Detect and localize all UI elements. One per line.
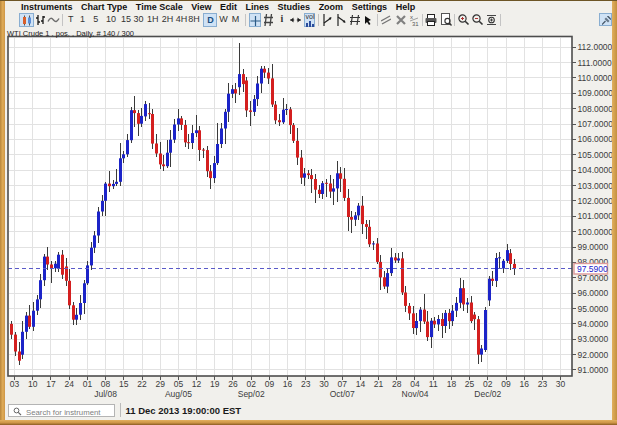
svg-text:11: 11: [429, 379, 438, 389]
svg-text:97.5900: 97.5900: [577, 264, 608, 274]
svg-text:25: 25: [465, 379, 475, 389]
svg-text:26: 26: [228, 379, 238, 389]
svg-text:111.0000: 111.0000: [578, 58, 612, 68]
svg-text:24: 24: [64, 379, 74, 389]
svg-text:96.0000: 96.0000: [578, 288, 609, 298]
svg-text:10: 10: [28, 379, 38, 389]
svg-text:92.0000: 92.0000: [578, 350, 609, 360]
svg-text:04: 04: [410, 379, 420, 389]
svg-text:14: 14: [356, 379, 366, 389]
svg-text:112.0000: 112.0000: [578, 42, 613, 52]
svg-text:110.0000: 110.0000: [578, 73, 613, 83]
svg-text:30: 30: [556, 379, 566, 389]
svg-text:01: 01: [83, 379, 93, 389]
svg-text:17: 17: [46, 379, 56, 389]
svg-text:103.0000: 103.0000: [578, 181, 614, 191]
svg-text:102.0000: 102.0000: [578, 196, 614, 206]
svg-text:109.0000: 109.0000: [578, 88, 614, 98]
svg-text:07: 07: [337, 379, 347, 389]
svg-text:21: 21: [374, 379, 384, 389]
svg-text:09: 09: [265, 379, 275, 389]
svg-text:91.0000: 91.0000: [578, 365, 609, 375]
svg-text:19: 19: [210, 379, 220, 389]
svg-text:08: 08: [101, 379, 111, 389]
svg-text:99.0000: 99.0000: [578, 242, 609, 252]
svg-text:23: 23: [301, 379, 311, 389]
svg-text:106.0000: 106.0000: [578, 134, 614, 144]
svg-text:Dec/02: Dec/02: [474, 389, 501, 399]
svg-text:02: 02: [483, 379, 493, 389]
svg-text:94.0000: 94.0000: [578, 319, 609, 329]
svg-text:95.0000: 95.0000: [578, 304, 609, 314]
svg-text:09: 09: [501, 379, 511, 389]
svg-text:22: 22: [137, 379, 147, 389]
svg-text:100.0000: 100.0000: [578, 227, 614, 237]
svg-text:03: 03: [10, 379, 20, 389]
svg-text:15: 15: [119, 379, 129, 389]
svg-text:16: 16: [283, 379, 293, 389]
svg-text:Oct/07: Oct/07: [330, 389, 355, 399]
svg-text:30: 30: [319, 379, 329, 389]
svg-text:31: 31: [412, 21, 419, 27]
svg-text:23: 23: [538, 379, 548, 389]
svg-text:101.0000: 101.0000: [578, 211, 614, 221]
svg-text:x: x: [410, 14, 413, 20]
svg-text:28: 28: [392, 379, 402, 389]
svg-text:12: 12: [192, 379, 202, 389]
svg-text:107.0000: 107.0000: [578, 119, 614, 129]
svg-text:02: 02: [246, 379, 256, 389]
svg-text:05: 05: [174, 379, 184, 389]
svg-text:Jul/08: Jul/08: [94, 389, 117, 399]
svg-text:104.0000: 104.0000: [578, 165, 614, 175]
svg-text:16: 16: [519, 379, 529, 389]
svg-text:29: 29: [155, 379, 165, 389]
svg-text:Sep/02: Sep/02: [238, 389, 265, 399]
svg-text:105.0000: 105.0000: [578, 150, 614, 160]
svg-text:108.0000: 108.0000: [578, 104, 614, 114]
svg-text:Aug/05: Aug/05: [165, 389, 192, 399]
svg-text:18: 18: [447, 379, 457, 389]
svg-text:93.0000: 93.0000: [578, 334, 609, 344]
svg-text:Nov/04: Nov/04: [402, 389, 429, 399]
